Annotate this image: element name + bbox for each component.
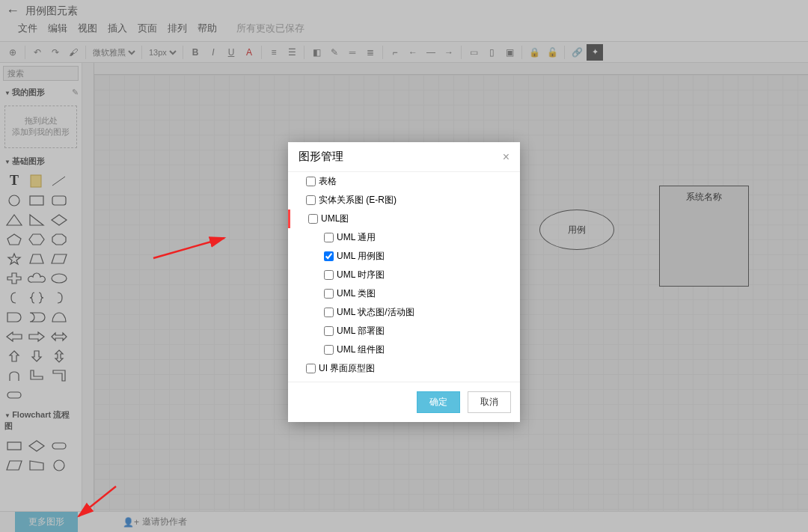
tree-item[interactable]: UML图 (288, 210, 520, 228)
tree-item[interactable]: 表格 (288, 172, 520, 191)
tree-checkbox[interactable] (324, 270, 334, 280)
modal-overlay: 图形管理 × 表格实体关系图 (E-R图)UML图UML 通用UML 用例图UM… (0, 0, 808, 532)
tree-checkbox[interactable] (324, 289, 334, 299)
tree-checkbox[interactable] (308, 214, 318, 224)
tree-item[interactable]: UI 界面元素 (288, 378, 520, 382)
tree-item[interactable]: UML 通用 (288, 228, 520, 247)
tree-label: UML 类图 (337, 287, 376, 300)
tree-label: 表格 (319, 175, 337, 188)
tree-checkbox[interactable] (324, 345, 334, 355)
tree-checkbox[interactable] (306, 195, 316, 205)
modal-tree[interactable]: 表格实体关系图 (E-R图)UML图UML 通用UML 用例图UML 时序图UM… (288, 172, 520, 382)
tree-label: UML 用例图 (337, 250, 385, 263)
tree-item[interactable]: UML 用例图 (288, 247, 520, 266)
tree-label: UML 状态图/活动图 (337, 306, 414, 319)
tree-checkbox[interactable] (324, 233, 334, 242)
tree-label: UML 组件图 (337, 343, 385, 356)
tree-item[interactable]: UML 类图 (288, 284, 520, 303)
tree-item[interactable]: UML 组件图 (288, 340, 520, 359)
tree-item[interactable]: 实体关系图 (E-R图) (288, 191, 520, 210)
tree-label: UML图 (321, 213, 349, 225)
shape-manager-modal: 图形管理 × 表格实体关系图 (E-R图)UML图UML 通用UML 用例图UM… (288, 142, 520, 422)
tree-label: UML 部署图 (337, 325, 385, 337)
tree-label: UI 界面元素 (337, 381, 384, 382)
tree-label: UML 通用 (337, 231, 376, 244)
tree-checkbox[interactable] (324, 251, 334, 261)
close-icon[interactable]: × (503, 150, 509, 164)
tree-item[interactable]: UML 部署图 (288, 322, 520, 340)
modal-title: 图形管理 (299, 150, 343, 164)
ok-button[interactable]: 确定 (417, 391, 460, 413)
tree-label: UI 界面原型图 (319, 362, 375, 375)
tree-item[interactable]: UML 时序图 (288, 266, 520, 284)
tree-checkbox[interactable] (324, 326, 334, 336)
tree-item[interactable]: UI 界面原型图 (288, 359, 520, 378)
tree-item[interactable]: UML 状态图/活动图 (288, 303, 520, 322)
tree-checkbox[interactable] (306, 177, 316, 186)
cancel-button[interactable]: 取消 (468, 391, 511, 413)
tree-checkbox[interactable] (306, 364, 316, 373)
tree-label: UML 时序图 (337, 269, 385, 281)
tree-label: 实体关系图 (E-R图) (319, 194, 397, 207)
tree-checkbox[interactable] (324, 308, 334, 317)
